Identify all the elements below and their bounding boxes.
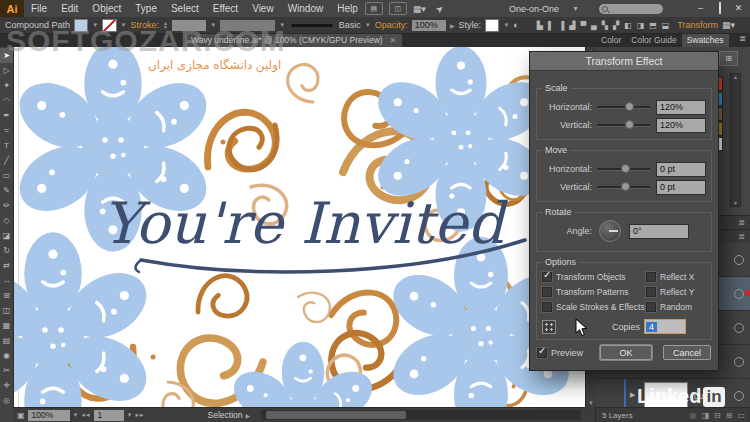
- ok-button[interactable]: OK: [600, 345, 652, 360]
- angle-value[interactable]: 0°: [629, 224, 689, 239]
- slider-thumb[interactable]: [625, 102, 634, 111]
- opacity-caret-icon[interactable]: ▶: [450, 22, 455, 29]
- transform-label[interactable]: Transform: [677, 20, 718, 30]
- distribute-left-icon[interactable]: ◨: [637, 21, 645, 30]
- layer-target-icon[interactable]: [734, 391, 744, 401]
- zoom-tool[interactable]: ◎: [0, 393, 13, 408]
- copies-field[interactable]: 4: [644, 319, 686, 334]
- menu-help[interactable]: Help: [330, 0, 365, 17]
- move-horizontal-value[interactable]: 0 pt: [656, 162, 706, 177]
- close-button[interactable]: ✕: [731, 2, 746, 15]
- distribute-middle-icon[interactable]: ▞: [613, 21, 619, 30]
- make-mask-icon[interactable]: ◨: [701, 411, 709, 420]
- locate-object-icon[interactable]: ◎: [689, 411, 696, 420]
- layer-target-icon[interactable]: [734, 323, 744, 333]
- scale-horizontal-slider[interactable]: [597, 106, 650, 109]
- menu-view[interactable]: View: [245, 0, 281, 17]
- grid-view-icon[interactable]: ⊞: [719, 51, 738, 66]
- checkbox-reflect-y[interactable]: Reflect Y: [646, 287, 706, 297]
- scale-horizontal-value[interactable]: 120%: [656, 100, 706, 115]
- pencil-tool[interactable]: ✏: [0, 198, 13, 213]
- panel-tab-color-guide[interactable]: Color Guide: [626, 33, 681, 47]
- status-caret-icon[interactable]: ▶: [246, 412, 251, 419]
- menu-window[interactable]: Window: [281, 0, 331, 17]
- new-layer-icon[interactable]: ⊞: [726, 411, 733, 420]
- menu-edit[interactable]: Edit: [54, 0, 85, 17]
- direct-selection-tool[interactable]: ▷: [0, 63, 13, 78]
- brush-caret-icon[interactable]: ▼: [365, 22, 371, 28]
- opacity-label[interactable]: Opacity:: [375, 20, 408, 30]
- search-input[interactable]: [599, 4, 663, 14]
- scale-vertical-slider[interactable]: [597, 124, 650, 127]
- curvature-tool[interactable]: ≈: [0, 123, 13, 138]
- slider-thumb[interactable]: [621, 164, 630, 173]
- align-middle-icon[interactable]: ▀: [580, 21, 586, 30]
- menu-file[interactable]: File: [24, 0, 54, 17]
- eraser-tool[interactable]: ◪: [0, 228, 13, 243]
- headline-text[interactable]: You're Invited: [102, 190, 508, 256]
- shaper-tool[interactable]: ◇: [0, 213, 13, 228]
- layer-target-icon[interactable]: [734, 255, 744, 265]
- menu-select[interactable]: Select: [164, 0, 206, 17]
- opacity-field[interactable]: 100%: [412, 20, 446, 31]
- lasso-tool[interactable]: ◠: [0, 93, 13, 108]
- move-horizontal-slider[interactable]: [597, 168, 650, 171]
- workspace-switcher-icon[interactable]: ▦▾: [413, 4, 426, 14]
- menu-object[interactable]: Object: [85, 0, 128, 17]
- scroll-down-icon[interactable]: ▼: [586, 400, 596, 406]
- zoom-caret-icon[interactable]: ▼: [73, 412, 79, 418]
- panel-tab-color[interactable]: Color: [596, 33, 626, 47]
- checkbox-random[interactable]: Random: [646, 302, 706, 312]
- new-sublayer-icon[interactable]: ⊟: [714, 411, 721, 420]
- distribute-right-icon[interactable]: ⬓: [662, 21, 670, 30]
- checkbox-transform-patterns[interactable]: Transform Patterns: [542, 287, 646, 297]
- more-options-icon[interactable]: ▦▾: [722, 20, 735, 30]
- first-artboard-icon[interactable]: ◂◂: [82, 411, 91, 419]
- align-top-icon[interactable]: ▟: [569, 21, 575, 30]
- minimize-button[interactable]: –: [693, 2, 708, 15]
- artboard-caret-icon[interactable]: ▼: [127, 412, 133, 418]
- horizontal-scrollbar[interactable]: [261, 410, 581, 420]
- panel-menu-icon-2[interactable]: ≣: [738, 232, 745, 241]
- app-bar-button-1[interactable]: ▤: [365, 2, 383, 15]
- checkbox-reflect-x[interactable]: Reflect X: [646, 272, 706, 282]
- preview-checkbox[interactable]: Preview: [537, 348, 583, 358]
- workspace-caret-icon[interactable]: ▼: [572, 5, 579, 12]
- swatch-scroll-down-icon[interactable]: ▼: [731, 200, 740, 206]
- layer-target-icon[interactable]: [734, 357, 744, 367]
- move-vertical-slider[interactable]: [597, 186, 650, 189]
- style-swatch[interactable]: [485, 19, 499, 32]
- panel-tab-swatches[interactable]: Swatches: [682, 33, 729, 47]
- align-left-icon[interactable]: ▙: [537, 21, 543, 30]
- layer-target-icon[interactable]: [734, 289, 744, 299]
- ai-logo[interactable]: Ai: [0, 0, 24, 17]
- free-transform-tool[interactable]: ⊞: [0, 288, 13, 303]
- scale-tool[interactable]: ⇄: [0, 258, 13, 273]
- checkbox-scale-strokes-effects[interactable]: Scale Strokes & Effects: [542, 302, 646, 312]
- dialog-title[interactable]: Transform Effect: [530, 52, 718, 71]
- mesh-tool[interactable]: ▦: [0, 318, 13, 333]
- rectangle-tool[interactable]: ▭: [0, 168, 13, 183]
- menu-type[interactable]: Type: [128, 0, 164, 17]
- brush-definition-label[interactable]: Basic: [339, 20, 361, 30]
- artboard-field[interactable]: 1: [94, 410, 124, 421]
- paintbrush-tool[interactable]: ✎: [0, 183, 13, 198]
- pen-tool[interactable]: ✒: [0, 108, 13, 123]
- line-segment-tool[interactable]: ╱: [0, 153, 13, 168]
- scale-vertical-value[interactable]: 120%: [656, 118, 706, 133]
- align-right-icon[interactable]: ▐: [559, 21, 565, 30]
- horizontal-scroll-thumb[interactable]: [266, 411, 406, 419]
- gpu-performance-icon[interactable]: ➤: [433, 2, 445, 15]
- width-tool[interactable]: ↔: [0, 273, 13, 288]
- app-bar-button-2[interactable]: ◫: [389, 2, 407, 15]
- panel-menu-caret-icon[interactable]: ≣: [735, 33, 750, 47]
- gradient-tool[interactable]: ▤: [0, 333, 13, 348]
- distribute-top-icon[interactable]: ▚: [602, 21, 608, 30]
- delete-layer-icon[interactable]: ▭: [737, 411, 745, 420]
- menu-effect[interactable]: Effect: [206, 0, 245, 17]
- hand-tool[interactable]: ✛: [0, 378, 13, 393]
- distribute-bottom-icon[interactable]: ◧: [624, 21, 632, 30]
- scissors-tool[interactable]: ✂: [0, 363, 13, 378]
- rotate-tool[interactable]: ↻: [0, 243, 13, 258]
- slider-thumb[interactable]: [621, 182, 630, 191]
